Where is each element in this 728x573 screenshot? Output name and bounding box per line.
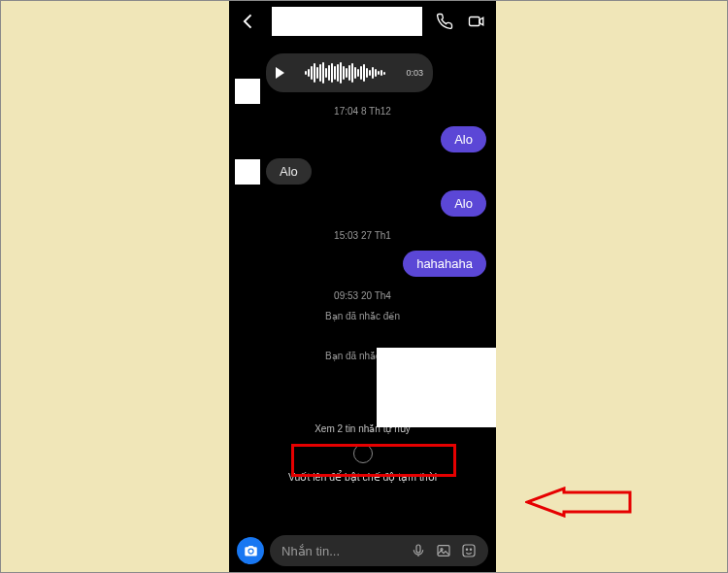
chat-screen: 0:03 17:04 8 Th12 Alo Alo Alo 15:03 27 T… (229, 1, 496, 573)
received-bubble[interactable]: Alo (266, 158, 312, 185)
input-action-icons (411, 543, 477, 558)
reply-indicator: Bạn đã nhắc đến (229, 311, 496, 321)
video-camera-icon[interactable] (467, 13, 486, 30)
sent-message-row: Alo (229, 190, 496, 217)
annotation-arrow-icon (525, 487, 632, 518)
svg-rect-0 (470, 17, 480, 26)
sent-message-row: hahahaha (229, 251, 496, 277)
swipe-hint-text: Vuốt lên để bật chế độ tạm thời (229, 467, 496, 490)
microphone-icon[interactable] (411, 543, 426, 558)
avatar[interactable] (235, 159, 260, 185)
waveform-icon (292, 61, 398, 84)
gallery-icon[interactable] (436, 543, 451, 558)
messages-area[interactable]: 0:03 17:04 8 Th12 Alo Alo Alo 15:03 27 T… (229, 42, 496, 525)
svg-rect-1 (416, 545, 420, 553)
sticker-icon[interactable] (461, 543, 477, 558)
sent-bubble[interactable]: hahahaha (403, 251, 486, 277)
timestamp: 15:03 27 Th1 (229, 230, 496, 241)
camera-button[interactable] (237, 537, 264, 564)
svg-rect-2 (438, 546, 449, 556)
received-message-row: Alo (229, 158, 496, 185)
header-actions (436, 13, 486, 30)
phone-icon[interactable] (436, 13, 453, 30)
redacted-content (377, 348, 496, 427)
chat-header (229, 1, 496, 42)
svg-point-5 (466, 549, 467, 550)
svg-point-6 (470, 549, 471, 550)
input-bar: Nhắn tin... (229, 527, 496, 573)
voice-duration: 0:03 (406, 68, 423, 78)
message-input[interactable]: Nhắn tin... (270, 535, 488, 566)
sent-bubble[interactable]: Alo (441, 126, 486, 152)
avatar[interactable] (235, 79, 260, 104)
contact-name-redacted[interactable] (272, 7, 422, 36)
back-icon[interactable] (239, 12, 258, 31)
timestamp: 17:04 8 Th12 (229, 106, 496, 117)
timestamp: 09:53 20 Th4 (229, 290, 496, 301)
svg-rect-4 (463, 545, 475, 556)
input-placeholder: Nhắn tin... (281, 544, 340, 558)
swipe-indicator-icon (353, 444, 373, 463)
play-icon[interactable] (276, 67, 284, 79)
sent-message-row: Alo (229, 126, 496, 152)
voice-message-bubble[interactable]: 0:03 (266, 53, 433, 92)
sent-bubble[interactable]: Alo (441, 190, 486, 217)
